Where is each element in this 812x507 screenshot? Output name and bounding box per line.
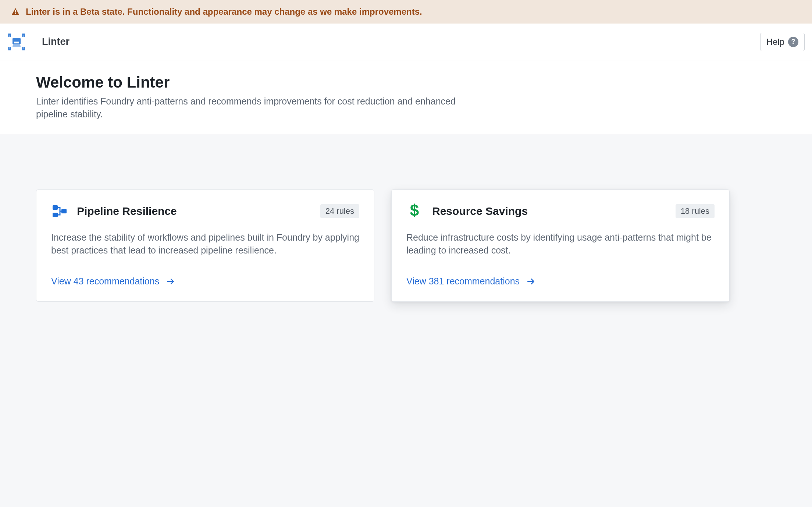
card-title: Pipeline Resilience — [77, 205, 177, 217]
app-logo[interactable] — [0, 24, 33, 60]
svg-rect-6 — [53, 213, 58, 217]
svg-rect-2 — [13, 38, 21, 45]
card-title: Resource Savings — [432, 205, 528, 217]
pipeline-icon — [51, 203, 67, 219]
svg-rect-5 — [53, 205, 58, 210]
beta-banner-message: Linter is in a Beta state. Functionality… — [26, 7, 422, 17]
arrow-right-icon — [166, 277, 175, 286]
card-description: Reduce infrastructure costs by identifyi… — [406, 231, 715, 257]
card-head-left: $ Resource Savings — [406, 203, 528, 219]
rules-badge: 24 rules — [320, 204, 359, 218]
card-pipeline-resilience[interactable]: Pipeline Resilience 24 rules Increase th… — [36, 189, 374, 302]
link-label: View 43 recommendations — [51, 276, 159, 287]
hero: Welcome to Linter Linter identifies Foun… — [0, 60, 812, 134]
help-button[interactable]: Help ? — [760, 33, 805, 51]
view-recommendations-link[interactable]: View 381 recommendations — [406, 276, 715, 287]
rules-badge: 18 rules — [676, 204, 715, 218]
help-button-label: Help — [766, 37, 784, 47]
warning-icon — [11, 7, 20, 16]
arrow-right-icon — [526, 277, 536, 286]
svg-text:$: $ — [410, 203, 419, 219]
dollar-icon: $ — [406, 203, 423, 219]
card-head-left: Pipeline Resilience — [51, 203, 177, 219]
svg-rect-1 — [15, 13, 16, 14]
svg-rect-4 — [14, 42, 19, 43]
svg-rect-7 — [61, 209, 67, 213]
card-head: $ Resource Savings 18 rules — [406, 203, 715, 219]
svg-rect-0 — [15, 10, 16, 13]
app-header: Linter Help ? — [0, 24, 812, 60]
app-header-left: Linter — [0, 24, 70, 60]
card-description: Increase the stability of workflows and … — [51, 231, 359, 257]
app-title: Linter — [33, 36, 70, 47]
cards-container: Pipeline Resilience 24 rules Increase th… — [0, 134, 812, 302]
link-label: View 381 recommendations — [406, 276, 520, 287]
page-title: Welcome to Linter — [36, 74, 812, 91]
card-resource-savings[interactable]: $ Resource Savings 18 rules Reduce infra… — [391, 189, 730, 302]
linter-logo-icon — [7, 33, 26, 51]
svg-rect-3 — [13, 45, 21, 47]
help-icon: ? — [788, 37, 798, 47]
view-recommendations-link[interactable]: View 43 recommendations — [51, 276, 359, 287]
page-subtitle: Linter identifies Foundry anti-patterns … — [36, 95, 463, 121]
card-head: Pipeline Resilience 24 rules — [51, 203, 359, 219]
beta-banner: Linter is in a Beta state. Functionality… — [0, 0, 812, 24]
